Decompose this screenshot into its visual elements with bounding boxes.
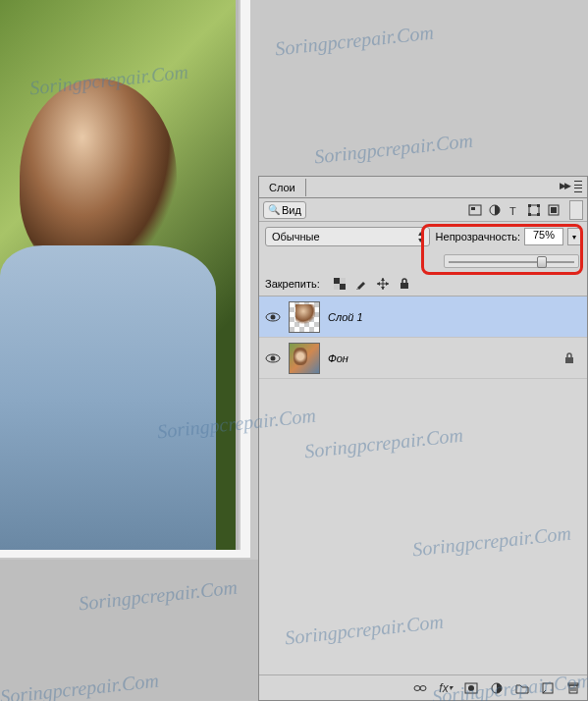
tab-layers[interactable]: Слои bbox=[259, 179, 306, 196]
layers-panel: Слои ▶▶ 🔍 Вид T Обычные ▲▼ Непрозрачност… bbox=[258, 176, 588, 701]
opacity-label: Непрозрачность: bbox=[436, 231, 520, 243]
panel-tab-bar: Слои ▶▶ bbox=[259, 177, 587, 198]
filter-type-icon[interactable]: T bbox=[507, 202, 522, 218]
layer-name[interactable]: Слой 1 bbox=[328, 311, 363, 323]
group-icon[interactable] bbox=[514, 680, 530, 696]
opacity-slider-thumb[interactable] bbox=[537, 256, 547, 268]
layer-list: Слой 1 Фон bbox=[259, 297, 587, 379]
lock-pixels-icon[interactable] bbox=[353, 276, 369, 292]
canvas-area bbox=[0, 0, 258, 701]
panel-menu-icon[interactable] bbox=[572, 180, 584, 193]
filter-row: 🔍 Вид T bbox=[259, 198, 587, 222]
svg-rect-5 bbox=[528, 204, 531, 207]
opacity-input[interactable]: 75% bbox=[524, 228, 563, 245]
adjustment-icon[interactable] bbox=[489, 680, 505, 696]
layer-filter-select[interactable]: 🔍 Вид bbox=[263, 201, 306, 219]
layer-row[interactable]: Фон bbox=[259, 338, 587, 379]
svg-rect-10 bbox=[551, 207, 557, 213]
blend-mode-value: Обычные bbox=[272, 231, 320, 243]
visibility-toggle-icon[interactable] bbox=[265, 350, 281, 366]
layer-row[interactable]: Слой 1 bbox=[259, 297, 587, 338]
svg-rect-12 bbox=[340, 284, 346, 290]
filter-shape-icon[interactable] bbox=[526, 202, 542, 218]
blend-mode-select[interactable]: Обычные ▲▼ bbox=[265, 227, 430, 246]
svg-rect-11 bbox=[334, 278, 340, 284]
layer-thumbnail[interactable] bbox=[289, 301, 320, 333]
search-icon: 🔍 bbox=[268, 204, 280, 215]
lock-row: Закрепить: bbox=[259, 271, 587, 297]
svg-rect-15 bbox=[401, 283, 408, 289]
svg-point-17 bbox=[271, 314, 276, 319]
mask-icon[interactable] bbox=[463, 680, 479, 696]
svg-rect-13 bbox=[340, 278, 346, 284]
opacity-slider[interactable] bbox=[444, 254, 579, 268]
link-layers-icon[interactable] bbox=[412, 680, 428, 696]
layer-thumbnail[interactable] bbox=[289, 343, 320, 374]
svg-rect-6 bbox=[537, 204, 540, 207]
visibility-toggle-icon[interactable] bbox=[265, 309, 281, 325]
svg-text:T: T bbox=[509, 205, 516, 216]
svg-rect-20 bbox=[565, 357, 573, 363]
svg-point-21 bbox=[414, 685, 420, 690]
lock-position-icon[interactable] bbox=[375, 276, 391, 292]
filter-smart-icon[interactable] bbox=[546, 202, 561, 218]
watermark: Soringpcrepair.Com bbox=[313, 130, 474, 169]
svg-rect-7 bbox=[528, 213, 531, 216]
svg-rect-8 bbox=[537, 213, 540, 216]
canvas-edge bbox=[241, 0, 250, 558]
fx-icon[interactable]: fx▾ bbox=[438, 680, 454, 696]
lock-transparency-icon[interactable] bbox=[332, 276, 347, 292]
svg-rect-28 bbox=[568, 683, 578, 685]
new-layer-icon[interactable] bbox=[540, 680, 556, 696]
opacity-dropdown-icon[interactable]: ▾ bbox=[567, 228, 581, 245]
svg-rect-1 bbox=[471, 207, 475, 210]
opacity-slider-row bbox=[259, 251, 587, 271]
svg-point-19 bbox=[271, 355, 276, 360]
svg-rect-14 bbox=[334, 284, 340, 290]
layers-bottom-bar: fx▾ bbox=[259, 674, 587, 700]
canvas-edge-bottom bbox=[0, 550, 250, 558]
lock-all-icon[interactable] bbox=[397, 276, 412, 292]
document-photo bbox=[0, 0, 239, 550]
filter-adjust-icon[interactable] bbox=[487, 202, 503, 218]
svg-point-22 bbox=[420, 685, 426, 690]
filter-label: Вид bbox=[282, 204, 301, 216]
lock-label: Закрепить: bbox=[265, 278, 320, 290]
filter-pixel-icon[interactable] bbox=[467, 202, 483, 218]
blend-row: Обычные ▲▼ Непрозрачность: 75% ▾ bbox=[259, 222, 587, 251]
lock-icon bbox=[563, 352, 575, 364]
layer-name[interactable]: Фон bbox=[328, 352, 348, 364]
select-arrows-icon: ▲▼ bbox=[417, 230, 424, 243]
watermark: Soringpcrepair.Com bbox=[274, 22, 435, 61]
trash-icon[interactable] bbox=[565, 680, 581, 696]
panel-collapse-icon[interactable]: ▶▶ bbox=[560, 181, 569, 190]
filter-toggle-switch[interactable] bbox=[569, 200, 583, 220]
svg-point-24 bbox=[468, 685, 474, 691]
